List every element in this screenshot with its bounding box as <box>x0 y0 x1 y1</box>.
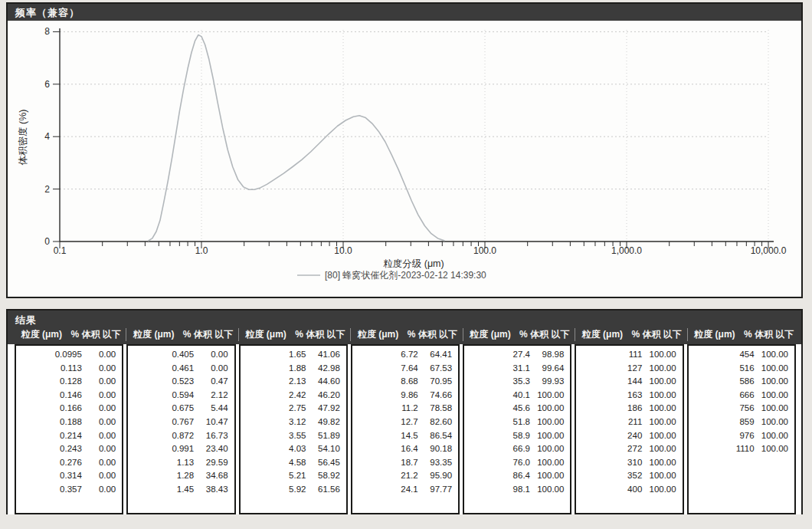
pct-cell: 61.56 <box>309 483 345 497</box>
table-row: 1.6541.06 <box>241 348 346 362</box>
size-cell: 1.65 <box>241 348 309 362</box>
table-row: 111100.00 <box>576 348 682 362</box>
pct-cell: 56.45 <box>309 456 345 470</box>
table-row: 1.2834.68 <box>128 469 234 483</box>
table-row: 5.9261.56 <box>241 483 346 497</box>
column-header-pct: % 体积 以下 <box>517 328 571 341</box>
column-header-pct: % 体积 以下 <box>181 328 235 341</box>
pct-cell: 46.20 <box>309 389 345 402</box>
size-cell: 211 <box>576 416 645 429</box>
pct-cell: 16.73 <box>197 429 234 443</box>
size-cell: 31.1 <box>464 362 533 376</box>
table-row: 0.2760.00 <box>16 456 122 470</box>
size-cell: 2.42 <box>241 389 309 402</box>
table-row: 2.1344.60 <box>241 375 346 389</box>
pct-cell: 0.47 <box>197 375 234 389</box>
table-row: 66.9100.00 <box>464 442 570 456</box>
pct-cell: 100.00 <box>758 362 794 376</box>
pct-cell: 0.00 <box>85 362 122 376</box>
column-header-size: 粒度 (μm) <box>351 328 405 341</box>
results-table-column: 0.4050.000.4610.000.5230.470.5942.120.67… <box>126 344 235 514</box>
size-cell: 4.03 <box>241 442 309 456</box>
column-header-size: 粒度 (μm) <box>463 328 518 341</box>
table-row: 186100.00 <box>576 402 682 416</box>
table-row: 859100.00 <box>689 416 794 429</box>
table-row: 127100.00 <box>576 362 682 376</box>
pct-cell: 100.00 <box>758 348 794 362</box>
table-row: 7.6467.53 <box>352 362 458 376</box>
table-row: 2.4246.20 <box>241 389 346 402</box>
y-tick-label: 6 <box>44 79 50 90</box>
size-cell: 98.1 <box>464 483 533 497</box>
size-cell: 58.9 <box>464 429 533 443</box>
pct-cell: 0.00 <box>85 469 122 483</box>
table-row: 0.1660.00 <box>16 402 122 416</box>
pct-cell: 74.66 <box>421 389 458 402</box>
size-cell: 0.675 <box>128 402 197 416</box>
frequency-chart: 024680.11.010.0100.01,000.010,000.0粒度分级 … <box>8 21 801 297</box>
pct-cell: 100.00 <box>645 389 682 402</box>
table-row: 0.1460.00 <box>16 389 122 402</box>
size-cell: 186 <box>576 402 645 416</box>
size-cell: 9.86 <box>352 389 421 402</box>
table-row: 0.2430.00 <box>16 442 122 456</box>
size-cell: 0.405 <box>128 348 197 362</box>
pct-cell: 38.43 <box>197 483 234 497</box>
pct-cell: 93.35 <box>421 456 458 470</box>
pct-cell: 0.00 <box>85 375 122 389</box>
size-cell: 1.28 <box>128 469 197 483</box>
table-row: 3.5551.89 <box>241 429 346 443</box>
table-row: 86.4100.00 <box>464 469 570 483</box>
size-cell: 21.2 <box>352 469 421 483</box>
table-row: 352100.00 <box>576 469 682 483</box>
pct-cell: 44.60 <box>309 375 345 389</box>
table-row: 4.5856.45 <box>241 456 346 470</box>
pct-cell: 78.58 <box>421 402 458 416</box>
table-row: 45.6100.00 <box>464 402 570 416</box>
size-cell: 0.0995 <box>16 348 85 362</box>
size-cell: 0.243 <box>16 442 85 456</box>
table-row: 2.7547.92 <box>241 402 346 416</box>
table-row: 35.399.93 <box>464 375 570 389</box>
table-row: 18.793.35 <box>352 456 458 470</box>
pct-cell: 86.54 <box>421 429 458 443</box>
size-cell: 0.113 <box>16 362 85 376</box>
table-row: 8.6870.95 <box>352 375 458 389</box>
column-header-group: 粒度 (μm)% 体积 以下 <box>687 328 796 341</box>
size-cell: 0.276 <box>16 456 85 470</box>
x-tick-label: 10.0 <box>334 245 352 256</box>
table-row: 6.7264.41 <box>352 348 458 362</box>
size-cell: 240 <box>576 429 645 443</box>
table-row: 666100.00 <box>689 389 794 402</box>
pct-cell: 100.00 <box>645 456 682 470</box>
size-cell: 859 <box>689 416 758 429</box>
size-cell: 4.58 <box>241 456 309 470</box>
table-row: 11.278.58 <box>352 402 458 416</box>
y-tick-label: 4 <box>44 131 50 142</box>
size-cell: 0.128 <box>16 375 85 389</box>
distribution-curve <box>148 35 444 242</box>
pct-cell: 42.98 <box>309 362 345 376</box>
pct-cell: 95.90 <box>421 469 458 483</box>
table-row: 16.490.18 <box>352 442 458 456</box>
size-cell: 40.1 <box>464 389 533 402</box>
results-colheaders: 粒度 (μm)% 体积 以下粒度 (μm)% 体积 以下粒度 (μm)% 体积 … <box>8 328 801 344</box>
table-row: 24.197.77 <box>352 483 458 497</box>
pct-cell: 0.00 <box>85 402 122 416</box>
table-row: 272100.00 <box>576 442 682 456</box>
pct-cell: 100.00 <box>533 456 570 470</box>
column-header-group: 粒度 (μm)% 体积 以下 <box>463 328 571 341</box>
size-cell: 18.7 <box>352 456 421 470</box>
table-row: 0.3140.00 <box>16 469 122 483</box>
pct-cell: 2.12 <box>197 389 234 402</box>
pct-cell: 99.64 <box>533 362 570 376</box>
table-row: 9.8674.66 <box>352 389 458 402</box>
table-row: 0.1130.00 <box>16 362 122 376</box>
size-cell: 27.4 <box>464 348 533 362</box>
table-row: 0.1880.00 <box>16 416 122 429</box>
table-row: 516100.00 <box>689 362 794 376</box>
size-cell: 0.314 <box>16 469 85 483</box>
size-cell: 272 <box>576 442 645 456</box>
results-panel: 结果 粒度 (μm)% 体积 以下粒度 (μm)% 体积 以下粒度 (μm)% … <box>6 309 803 514</box>
pct-cell: 100.00 <box>645 402 682 416</box>
